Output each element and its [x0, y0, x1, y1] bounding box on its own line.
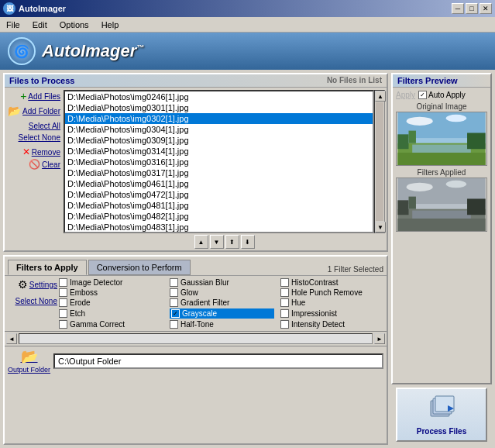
- process-files-button[interactable]: Process Files: [396, 388, 487, 442]
- svg-rect-8: [397, 153, 485, 165]
- filter-label: Grayscale: [182, 309, 217, 318]
- filter-checkbox[interactable]: [170, 278, 178, 287]
- filter-checkbox[interactable]: [170, 320, 178, 329]
- hscroll-track[interactable]: [19, 333, 373, 344]
- settings-row: ⚙ Settings: [18, 278, 57, 291]
- filter-item[interactable]: Gaussian Blur: [170, 278, 274, 287]
- svg-point-13: [446, 181, 466, 188]
- filter-checkbox[interactable]: [280, 320, 289, 329]
- filter-label: Glow: [180, 288, 198, 297]
- filter-checkbox[interactable]: [280, 309, 289, 318]
- file-list-item[interactable]: D:\Media\Photos\img0461[1].jpg: [65, 178, 373, 189]
- file-list-item[interactable]: D:\Media\Photos\img0316[1].jpg: [65, 157, 373, 167]
- filter-item[interactable]: Emboss: [59, 288, 163, 297]
- file-list[interactable]: D:\Media\Photos\img0246[1].jpgD:\Media\P…: [64, 90, 374, 233]
- svg-rect-16: [409, 197, 416, 209]
- title-bar-buttons: ─ □ ✕: [452, 3, 492, 14]
- hscroll-right-arrow[interactable]: ►: [374, 333, 385, 344]
- svg-rect-17: [412, 211, 471, 219]
- menu-file[interactable]: File: [3, 19, 23, 30]
- filter-checkbox[interactable]: [280, 298, 289, 307]
- filtered-image-svg: [397, 178, 486, 231]
- select-none-top-button[interactable]: Select None: [19, 133, 60, 143]
- filters-applied-preview: [396, 177, 487, 232]
- tab-filters-to-apply[interactable]: Filters to Apply: [8, 260, 87, 275]
- menu-options[interactable]: Options: [57, 19, 92, 30]
- add-folder-button[interactable]: Add Folder: [22, 106, 60, 116]
- nav-bottom-button[interactable]: ⬇: [241, 235, 255, 249]
- filter-item[interactable]: Grayscale: [170, 308, 274, 319]
- nav-down-button[interactable]: ▼: [210, 235, 224, 249]
- filter-checkbox[interactable]: [280, 288, 289, 297]
- filter-checkbox[interactable]: [59, 320, 67, 329]
- filter-checkbox[interactable]: [170, 298, 178, 307]
- filter-item[interactable]: Etch: [59, 308, 163, 319]
- select-all-button[interactable]: Select All: [29, 121, 60, 131]
- app-logo: 🌀: [8, 37, 36, 65]
- filter-checkbox[interactable]: [59, 278, 67, 287]
- filter-checkbox[interactable]: [170, 288, 178, 297]
- file-list-item[interactable]: D:\Media\Photos\img0309[1].jpg: [65, 135, 373, 146]
- auto-apply-checkbox[interactable]: ✓: [418, 91, 427, 99]
- file-list-item[interactable]: D:\Media\Photos\img0482[1].jpg: [65, 211, 373, 222]
- file-nav: ▲ ▼ ⬆ ⬇: [64, 235, 385, 249]
- file-list-item[interactable]: D:\Media\Photos\img0314[1].jpg: [65, 146, 373, 157]
- filter-item[interactable]: Hole Punch Remove: [280, 288, 385, 297]
- title-bar-text: AutoImager: [19, 4, 66, 13]
- maximize-button[interactable]: □: [466, 3, 478, 14]
- nav-up-button[interactable]: ▲: [194, 235, 208, 249]
- file-list-item[interactable]: D:\Media\Photos\img0317[1].jpg: [65, 167, 373, 178]
- filter-label: Emboss: [70, 288, 98, 297]
- folder-icon: 📂: [21, 348, 38, 365]
- minimize-button[interactable]: ─: [452, 3, 464, 14]
- filter-checkbox[interactable]: [59, 288, 67, 297]
- title-bar: 🖼 AutoImager ─ □ ✕: [0, 0, 495, 17]
- filter-checkbox[interactable]: [171, 309, 180, 318]
- file-list-scrollbar[interactable]: ▲ ▼: [374, 90, 385, 233]
- output-folder-button[interactable]: 📂 Output Folder: [8, 348, 50, 374]
- filter-checkbox[interactable]: [280, 278, 289, 287]
- file-list-item[interactable]: D:\Media\Photos\img0302[1].jpg: [65, 113, 373, 124]
- filter-item[interactable]: Intensity Detect: [280, 320, 385, 329]
- nav-top-button[interactable]: ⬆: [225, 235, 239, 249]
- clear-button[interactable]: Clear: [42, 160, 60, 170]
- add-files-button[interactable]: Add Files: [28, 91, 60, 102]
- scroll-thumb[interactable]: [376, 102, 383, 221]
- file-list-item[interactable]: D:\Media\Photos\img0304[1].jpg: [65, 124, 373, 135]
- filter-item[interactable]: Glow: [170, 288, 274, 297]
- filter-checkbox[interactable]: [59, 298, 67, 307]
- filter-item[interactable]: Gradient Filter: [170, 298, 274, 307]
- filter-item[interactable]: Impressionist: [280, 308, 385, 319]
- settings-button[interactable]: Settings: [29, 280, 57, 290]
- close-button[interactable]: ✕: [480, 3, 492, 14]
- scroll-up-arrow[interactable]: ▲: [375, 91, 386, 102]
- file-list-item[interactable]: D:\Media\Photos\img0481[1].jpg: [65, 200, 373, 211]
- filter-item[interactable]: Half-Tone: [170, 320, 274, 329]
- filter-checkbox[interactable]: [59, 309, 67, 318]
- output-path-display: C:\Output Folder: [53, 353, 383, 369]
- scroll-down-arrow[interactable]: ▼: [375, 222, 386, 233]
- file-list-item[interactable]: D:\Media\Photos\img0484[1].jpg: [65, 233, 373, 233]
- hscroll-left-arrow[interactable]: ◄: [6, 333, 17, 344]
- file-list-item[interactable]: D:\Media\Photos\img0472[1].jpg: [65, 189, 373, 200]
- filter-label: Gradient Filter: [180, 298, 229, 307]
- original-image-label: Original Image: [396, 102, 487, 111]
- remove-button[interactable]: Remove: [32, 147, 60, 157]
- filter-item[interactable]: Erode: [59, 298, 163, 307]
- file-list-item[interactable]: D:\Media\Photos\img0301[1].jpg: [65, 102, 373, 113]
- apply-link[interactable]: Apply: [396, 91, 415, 99]
- filter-item[interactable]: HistoContrast: [280, 278, 385, 287]
- filters-preview-panel: Filters Preview Apply ✓ Auto Apply Origi…: [391, 73, 492, 384]
- file-list-item[interactable]: D:\Media\Photos\img0246[1].jpg: [65, 91, 373, 102]
- filter-label: Impressionist: [291, 309, 337, 318]
- filter-item[interactable]: Image Detector: [59, 278, 163, 287]
- menu-help[interactable]: Help: [98, 19, 122, 30]
- select-none-filters-button[interactable]: Select None: [15, 296, 57, 306]
- filter-item[interactable]: Gamma Correct: [59, 320, 163, 329]
- apply-row: Apply ✓ Auto Apply: [396, 91, 487, 99]
- menu-edit[interactable]: Edit: [29, 19, 50, 30]
- file-list-item[interactable]: D:\Media\Photos\img0483[1].jpg: [65, 222, 373, 233]
- app-icon: 🖼: [3, 2, 15, 15]
- tab-conversion-to-perform[interactable]: Conversion to Perform: [88, 260, 191, 275]
- filter-item[interactable]: Hue: [280, 298, 385, 307]
